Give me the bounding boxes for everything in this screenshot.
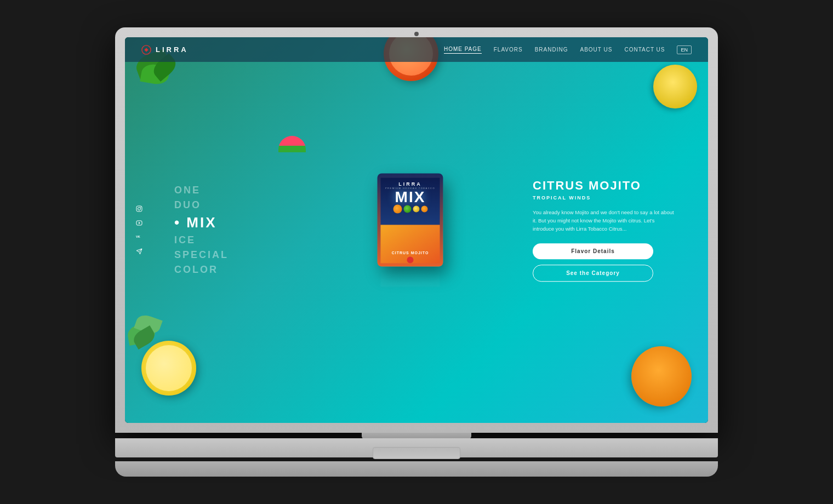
lemon-bottom-left-deco <box>141 341 196 396</box>
instagram-icon[interactable] <box>135 204 144 213</box>
nav-about[interactable]: ABOUT US <box>580 47 612 53</box>
product-brand: LIRRA <box>398 181 422 187</box>
vk-icon[interactable]: VK <box>135 233 144 242</box>
laptop-base <box>115 433 718 477</box>
nav-logo-text: LIRRA <box>156 45 189 54</box>
product-logo-bottom <box>407 256 414 263</box>
orange-bottom-right-deco <box>631 346 692 406</box>
nav-flavors[interactable]: FLAVORS <box>494 47 523 53</box>
lang-selector[interactable]: EN <box>677 45 692 54</box>
product-reflection <box>381 268 440 287</box>
flavor-title: CITRUS MOJITO <box>533 179 675 193</box>
product-card: LIRRA PREMIUM HOOKAH TOBACCO MIX C <box>378 174 443 267</box>
category-special[interactable]: SPECIAL <box>174 249 229 261</box>
nav-branding[interactable]: BRANDING <box>535 47 568 53</box>
flavor-description: You already know Mojito and we don't nee… <box>533 208 675 233</box>
product-fruits <box>393 205 427 214</box>
screen-bezel: LIRRA HOME PAGE FLAVORS BRANDING ABOUT U… <box>125 37 708 423</box>
product-card-bottom: CITRUS MOJITO <box>381 225 440 263</box>
product-display: LIRRA PREMIUM HOOKAH TOBACCO MIX C <box>378 174 449 287</box>
category-ice[interactable]: ICE <box>174 234 229 246</box>
svg-rect-1 <box>136 206 142 211</box>
nav-contact[interactable]: CONTACT US <box>624 47 665 53</box>
info-panel: CITRUS MOJITO TROPICAL WINDS You already… <box>533 179 675 282</box>
youtube-icon[interactable] <box>135 219 144 227</box>
category-list: ONE DUO MIX ICE SPECIAL COLOR <box>174 185 229 276</box>
website-content: LIRRA HOME PAGE FLAVORS BRANDING ABOUT U… <box>125 37 708 423</box>
camera <box>414 32 419 36</box>
logo-icon <box>141 45 151 55</box>
see-category-button[interactable]: See the Category <box>533 265 653 282</box>
watermelon-deco <box>278 136 306 152</box>
category-mix[interactable]: MIX <box>174 214 229 231</box>
laptop-lid: LIRRA HOME PAGE FLAVORS BRANDING ABOUT U… <box>115 27 718 433</box>
telegram-icon[interactable] <box>135 247 144 256</box>
laptop-base-bottom <box>115 461 718 477</box>
laptop-frame: LIRRA HOME PAGE FLAVORS BRANDING ABOUT U… <box>115 27 718 477</box>
laptop-palmrest <box>115 438 718 457</box>
touchpad <box>373 447 460 459</box>
navbar: LIRRA HOME PAGE FLAVORS BRANDING ABOUT U… <box>125 37 708 62</box>
lemon-top-right-deco <box>653 65 697 108</box>
nav-logo: LIRRA <box>141 45 189 55</box>
category-duo[interactable]: DUO <box>174 199 229 211</box>
product-name: CITRUS MOJITO <box>392 250 429 254</box>
svg-point-2 <box>138 208 141 210</box>
flavor-subtitle: TROPICAL WINDS <box>533 195 675 201</box>
flavor-details-button[interactable]: Flavor Details <box>533 243 653 259</box>
nav-links: HOME PAGE FLAVORS BRANDING ABOUT US CONT… <box>444 45 692 54</box>
product-card-top: LIRRA PREMIUM HOOKAH TOBACCO MIX <box>381 178 440 225</box>
category-one[interactable]: ONE <box>174 185 229 196</box>
svg-text:VK: VK <box>136 235 140 238</box>
category-color[interactable]: COLOR <box>174 264 229 276</box>
svg-marker-5 <box>139 222 140 224</box>
product-flavor: MIX <box>395 190 426 205</box>
svg-point-3 <box>140 207 141 208</box>
nav-home[interactable]: HOME PAGE <box>444 46 482 54</box>
social-sidebar: VK <box>135 204 144 256</box>
